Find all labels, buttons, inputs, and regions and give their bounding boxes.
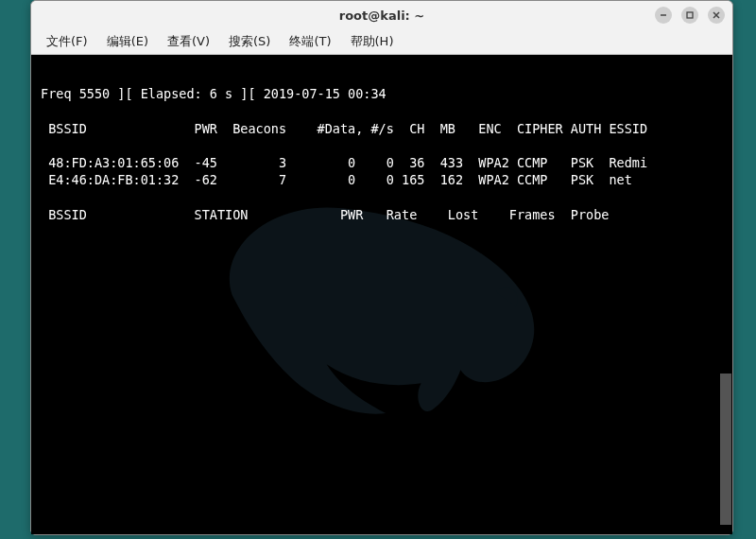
minimize-button[interactable] <box>655 7 672 24</box>
titlebar[interactable]: root@kali: ~ <box>31 1 732 29</box>
close-button[interactable] <box>708 7 725 24</box>
menu-terminal[interactable]: 终端(T) <box>282 30 338 53</box>
menu-help[interactable]: 帮助(H) <box>343 30 402 53</box>
minimize-icon <box>659 10 668 20</box>
scrollbar-thumb[interactable] <box>720 374 731 525</box>
window-controls <box>655 7 725 24</box>
scrollbar[interactable] <box>719 55 732 530</box>
terminal-area[interactable]: Freq 5550 ][ Elapsed: 6 s ][ 2019-07-15 … <box>31 55 732 534</box>
maximize-icon <box>685 10 695 20</box>
ap-row-2: E4:46:DA:FB:01:32 -62 7 0 0 165 162 WPA2… <box>41 172 632 187</box>
window-title: root@kali: ~ <box>339 9 424 23</box>
scrollbar-track[interactable] <box>720 55 731 530</box>
menu-search[interactable]: 搜索(S) <box>221 30 278 53</box>
status-line: Freq 5550 ][ Elapsed: 6 s ][ 2019-07-15 … <box>41 86 387 101</box>
menu-file[interactable]: 文件(F) <box>39 30 95 53</box>
ap-row-1: 48:FD:A3:01:65:06 -45 3 0 0 36 433 WPA2 … <box>41 155 647 170</box>
menu-edit[interactable]: 编辑(E) <box>99 30 156 53</box>
terminal-output: Freq 5550 ][ Elapsed: 6 s ][ 2019-07-15 … <box>31 55 732 534</box>
terminal-window: root@kali: ~ 文件(F) 编辑(E) 查看(V) 搜索(S) 终端(… <box>30 0 733 535</box>
ap-header: BSSID PWR Beacons #Data, #/s CH MB ENC C… <box>41 121 647 136</box>
station-header: BSSID STATION PWR Rate Lost Frames Probe <box>41 207 609 222</box>
close-icon <box>712 10 721 20</box>
menu-view[interactable]: 查看(V) <box>160 30 217 53</box>
menubar: 文件(F) 编辑(E) 查看(V) 搜索(S) 终端(T) 帮助(H) <box>31 29 732 55</box>
svg-rect-1 <box>687 12 693 18</box>
maximize-button[interactable] <box>681 7 698 24</box>
